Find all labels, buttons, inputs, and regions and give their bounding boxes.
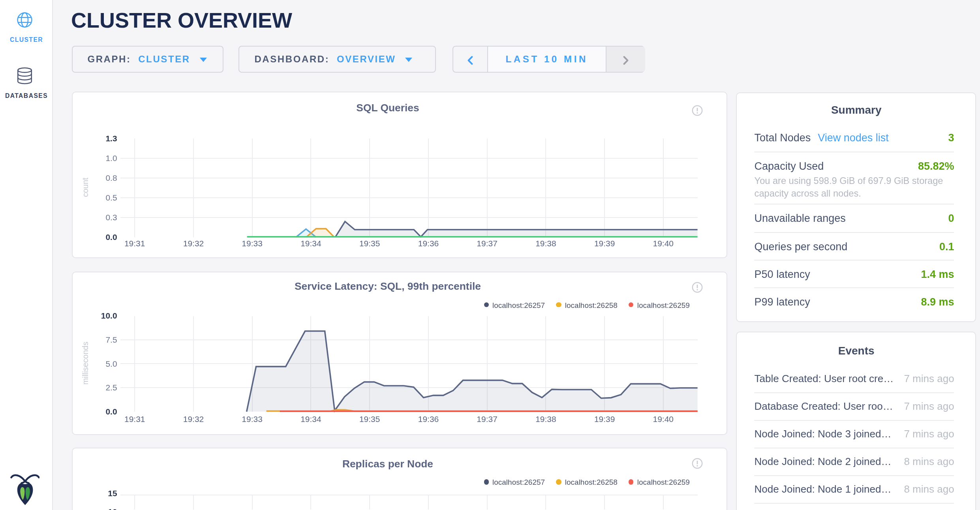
svg-text:19:35: 19:35 xyxy=(359,238,380,248)
svg-text:19:35: 19:35 xyxy=(359,414,380,424)
svg-text:19:34: 19:34 xyxy=(300,414,321,424)
svg-text:19:33: 19:33 xyxy=(242,414,263,424)
svg-text:19:37: 19:37 xyxy=(477,238,498,248)
svg-text:1.3: 1.3 xyxy=(105,133,117,142)
svg-text:count: count xyxy=(81,177,89,197)
svg-text:15: 15 xyxy=(108,489,117,498)
svg-text:19:31: 19:31 xyxy=(124,414,145,424)
svg-text:19:40: 19:40 xyxy=(653,238,674,248)
svg-text:0.5: 0.5 xyxy=(105,193,117,202)
svg-text:19:31: 19:31 xyxy=(124,238,145,248)
svg-text:0.0: 0.0 xyxy=(105,232,117,241)
svg-text:19:38: 19:38 xyxy=(535,238,556,248)
svg-text:10.0: 10.0 xyxy=(101,311,117,320)
svg-text:19:40: 19:40 xyxy=(653,414,674,424)
svg-text:19:39: 19:39 xyxy=(594,238,615,248)
svg-text:19:32: 19:32 xyxy=(183,238,204,248)
svg-text:7.5: 7.5 xyxy=(105,335,117,344)
svg-text:10: 10 xyxy=(108,508,117,510)
svg-text:19:34: 19:34 xyxy=(300,238,321,248)
svg-text:19:32: 19:32 xyxy=(183,414,204,424)
svg-text:0.3: 0.3 xyxy=(105,212,117,221)
svg-text:19:36: 19:36 xyxy=(418,414,439,424)
svg-text:19:33: 19:33 xyxy=(242,238,263,248)
svg-text:19:39: 19:39 xyxy=(594,414,615,424)
svg-text:2.5: 2.5 xyxy=(105,383,117,392)
svg-text:19:38: 19:38 xyxy=(535,414,556,424)
svg-text:5.0: 5.0 xyxy=(105,359,117,368)
svg-text:19:36: 19:36 xyxy=(418,238,439,248)
svg-text:milliseconds: milliseconds xyxy=(81,342,89,385)
svg-text:0.8: 0.8 xyxy=(105,173,117,182)
svg-text:19:37: 19:37 xyxy=(477,414,498,424)
svg-text:1.0: 1.0 xyxy=(105,153,117,162)
svg-text:0.0: 0.0 xyxy=(105,407,117,416)
